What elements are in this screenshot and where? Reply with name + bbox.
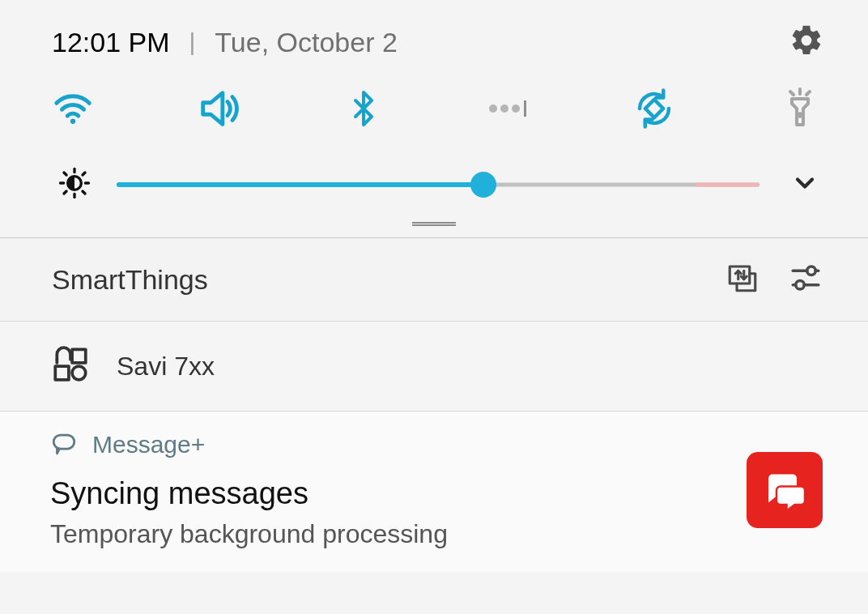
svg-line-9	[806, 92, 810, 95]
device-name: Savi 7xx	[117, 352, 215, 382]
brightness-slider[interactable]	[117, 172, 760, 198]
brightness-expand-chevron-icon[interactable]	[785, 168, 824, 201]
smartthings-device-row[interactable]: Savi 7xx	[0, 322, 868, 411]
slider-thumb[interactable]	[470, 172, 496, 198]
svg-line-15	[64, 173, 66, 175]
settings-gear-icon[interactable]	[789, 23, 824, 62]
flashlight-toggle[interactable]	[776, 86, 824, 134]
brightness-icon	[58, 167, 91, 203]
notification-title: Syncing messages	[50, 476, 823, 511]
svg-line-18	[83, 173, 85, 175]
svg-point-3	[512, 104, 520, 113]
shade-drag-handle-row[interactable]	[0, 219, 868, 237]
drag-handle-icon	[412, 222, 456, 226]
svg-rect-5	[645, 100, 663, 117]
smartthings-title: SmartThings	[52, 264, 208, 296]
chat-pair-icon	[760, 464, 809, 516]
smartthings-row[interactable]: SmartThings	[0, 238, 868, 322]
notification-header: Message+	[50, 429, 823, 460]
svg-line-17	[64, 191, 66, 194]
svg-point-32	[72, 366, 86, 380]
status-row: 12:01 PM | Tue, October 2	[0, 0, 868, 71]
notification-app-name: Message+	[92, 431, 205, 458]
flashlight-icon	[781, 86, 819, 134]
brightness-row	[0, 143, 868, 219]
svg-rect-19	[730, 266, 750, 284]
svg-point-2	[500, 104, 508, 113]
notification-shade: 12:01 PM | Tue, October 2	[0, 0, 868, 572]
transfer-media-icon[interactable]	[725, 261, 760, 298]
sound-toggle[interactable]	[194, 86, 243, 134]
time-date-separator: |	[189, 28, 196, 56]
clock-date: Tue, October 2	[215, 27, 398, 58]
svg-line-16	[83, 191, 85, 194]
svg-point-1	[489, 104, 497, 113]
svg-rect-30	[72, 349, 86, 363]
dots-icon	[487, 97, 532, 123]
svg-rect-31	[55, 366, 69, 380]
chat-bubble-icon	[50, 429, 78, 460]
volume-icon	[195, 85, 242, 135]
notification-app-badge	[747, 452, 823, 528]
notification-card[interactable]: Message+ Syncing messages Temporary back…	[0, 411, 868, 572]
quick-actions-toggle[interactable]	[485, 86, 534, 134]
notification-body: Temporary background processing	[50, 519, 823, 549]
svg-rect-33	[53, 435, 74, 449]
rotate-icon	[632, 87, 676, 134]
slider-fill	[117, 182, 483, 187]
clock-time: 12:01 PM	[52, 27, 170, 58]
bluetooth-icon	[344, 87, 383, 134]
device-controls-icon[interactable]	[789, 261, 823, 298]
slider-warn-zone	[696, 183, 760, 187]
bluetooth-toggle[interactable]	[339, 86, 388, 134]
media-devices-icon	[50, 344, 91, 388]
svg-line-8	[790, 92, 794, 95]
auto-rotate-toggle[interactable]	[630, 86, 679, 134]
wifi-toggle[interactable]	[49, 86, 97, 134]
svg-point-0	[70, 119, 75, 124]
quick-toggles-row	[0, 71, 868, 143]
wifi-icon	[51, 87, 95, 134]
svg-rect-4	[524, 100, 526, 117]
